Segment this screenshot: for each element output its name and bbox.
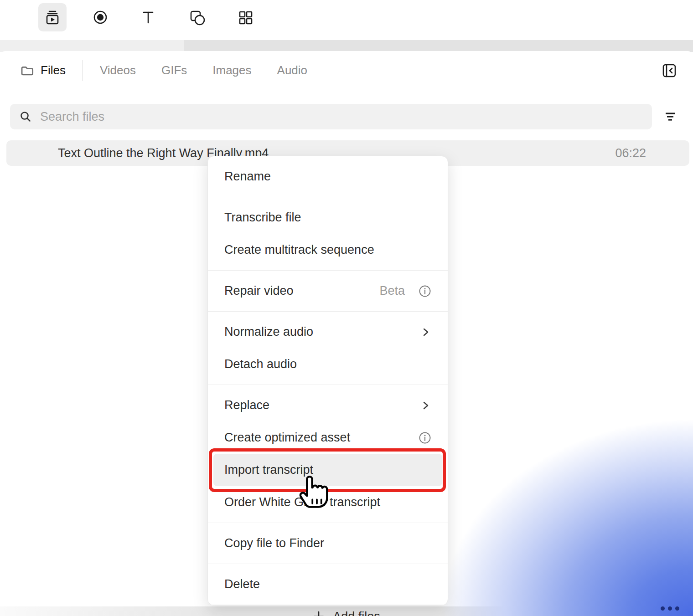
- info-icon[interactable]: [419, 431, 431, 444]
- record-icon[interactable]: [86, 3, 114, 31]
- menu-group: Delete: [208, 564, 448, 605]
- folder-icon: [20, 64, 34, 77]
- search-input[interactable]: [40, 110, 643, 124]
- media-tabs: Videos GIFs Images Audio: [100, 63, 307, 77]
- media-library-icon[interactable]: [38, 3, 67, 31]
- tab-videos[interactable]: Videos: [100, 63, 136, 77]
- tab-images[interactable]: Images: [212, 63, 251, 77]
- menu-item-label: Transcribe file: [224, 210, 301, 225]
- chevron-right-icon: [419, 400, 431, 411]
- file-duration: 06:22: [615, 146, 646, 160]
- search-box[interactable]: [10, 104, 652, 129]
- menu-group: Transcribe file Create multitrack sequen…: [208, 197, 448, 271]
- menu-group: Copy file to Finder: [208, 523, 448, 564]
- tab-gifs[interactable]: GIFs: [161, 63, 187, 77]
- tab-files[interactable]: Files: [20, 63, 66, 77]
- menu-item-repair-video[interactable]: Repair video Beta: [208, 275, 448, 307]
- active-project-tab[interactable]: [0, 40, 184, 52]
- menu-item-import-transcript[interactable]: Import transcript: [213, 454, 442, 486]
- menu-group: Repair video Beta: [208, 271, 448, 312]
- menu-group: Normalize audio Detach audio: [208, 312, 448, 385]
- chevron-right-icon: [419, 326, 431, 338]
- search-icon: [19, 110, 32, 123]
- menu-item-label: Detach audio: [224, 357, 297, 371]
- layout-grid-icon[interactable]: [231, 3, 259, 31]
- menu-group: Replace Create optimized asset Import tr…: [208, 385, 448, 523]
- tab-audio[interactable]: Audio: [277, 63, 308, 77]
- menu-item-delete[interactable]: Delete: [208, 568, 448, 601]
- menu-item-label: Replace: [224, 398, 269, 412]
- menu-item-transcribe-file[interactable]: Transcribe file: [208, 201, 448, 234]
- menu-item-create-optimized-asset[interactable]: Create optimized asset: [208, 421, 448, 454]
- menu-group: Rename: [208, 156, 448, 197]
- app-window: Files Videos GIFs Images Audio: [0, 0, 693, 616]
- menu-item-label: Rename: [224, 169, 271, 184]
- file-context-menu: Rename Transcribe file Create multitrack…: [207, 156, 448, 606]
- menu-item-label: Normalize audio: [224, 325, 313, 339]
- filter-icon[interactable]: [660, 108, 680, 126]
- menu-item-label: Create multitrack sequence: [224, 243, 374, 257]
- menu-item-normalize-audio[interactable]: Normalize audio: [208, 316, 448, 348]
- add-files-button[interactable]: Add files: [0, 606, 693, 616]
- menu-item-order-white-glove-transcript[interactable]: Order White Glove transcript: [208, 486, 448, 518]
- menu-item-label: Create optimized asset: [224, 431, 350, 445]
- collapse-panel-icon[interactable]: [661, 62, 678, 79]
- more-options-dots[interactable]: [661, 606, 683, 612]
- menu-item-create-multitrack-sequence[interactable]: Create multitrack sequence: [208, 234, 448, 266]
- shapes-icon[interactable]: [183, 3, 211, 31]
- text-tool-icon[interactable]: [134, 3, 162, 31]
- menu-item-detach-audio[interactable]: Detach audio: [208, 348, 448, 380]
- beta-badge: Beta: [379, 284, 405, 298]
- header-divider: [82, 60, 83, 81]
- menu-item-rename[interactable]: Rename: [208, 160, 448, 193]
- info-icon[interactable]: [419, 285, 431, 298]
- menu-item-label: Import transcript: [224, 463, 313, 477]
- plus-icon: [313, 611, 325, 616]
- tab-files-label: Files: [41, 63, 66, 77]
- menu-item-replace[interactable]: Replace: [208, 389, 448, 421]
- menu-item-label: Copy file to Finder: [224, 536, 324, 550]
- menu-item-label: Order White Glove transcript: [224, 495, 380, 509]
- top-toolbar: [0, 0, 693, 40]
- menu-item-label: Delete: [224, 577, 260, 591]
- menu-item-label: Repair video: [224, 284, 294, 298]
- add-files-label: Add files: [333, 610, 380, 616]
- menu-item-copy-file-to-finder[interactable]: Copy file to Finder: [208, 527, 448, 560]
- project-tab-strip: [0, 40, 693, 52]
- search-row: [0, 104, 693, 129]
- library-header: Files Videos GIFs Images Audio: [0, 51, 693, 90]
